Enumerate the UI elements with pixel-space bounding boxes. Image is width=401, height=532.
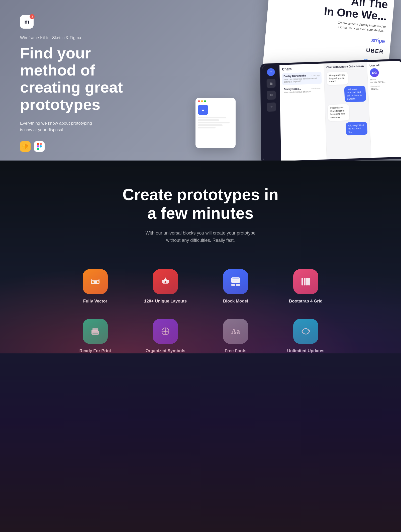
feature-label-unique-layouts: 120+ Unique Layouts [144,299,187,304]
feature-item-free-fonts: AaFree Fonts [211,319,261,353]
chat-bubble-2: I will leave tomorrow and will be there … [344,86,366,102]
contact-name-2: Dmitry Griec... [284,88,301,91]
user-info-panel: User Info DG Mobile +1 234 567 8... User… [367,61,401,158]
hero-devices: All The In One We... Create screens dire… [195,0,401,161]
hero-title: Find your method of creating great proto… [20,45,150,113]
tablet-screen: m ☰ ✉ ☆ Chats Dmitry Grinchenko 1 min ag… [262,61,401,161]
svg-rect-30 [92,333,98,334]
svg-rect-24 [302,278,303,285]
logo-letter: m [24,19,29,25]
svg-rect-26 [306,278,308,285]
sidebar-icon-2: ✉ [267,91,276,100]
chats-title: Chats [282,66,321,71]
app-logo[interactable]: m 3 [20,15,34,29]
stripe-logo: stripe [371,37,385,45]
tablet-sidebar: m ☰ ✉ ☆ [262,65,281,161]
feature-icon-unique-layouts [153,269,178,294]
hero-content: m 3 Wireframe Kit for Sketch & Figma Fin… [20,0,150,152]
svg-rect-29 [92,328,98,331]
small-ui-card: ≡ [195,98,236,148]
svg-marker-36 [302,332,303,333]
features-title: Create prototypes in a few minutes [123,186,278,222]
tool-icons [20,141,150,152]
svg-rect-25 [304,278,306,285]
svg-rect-4 [37,143,39,145]
svg-point-11 [97,281,99,283]
username-value: @dmit... [371,87,400,91]
feature-item-bootstrap-grid: Bootstrap 4 Grid [281,269,331,304]
feature-icon-fully-vector [83,269,108,294]
figma-icon [34,141,45,152]
svg-point-31 [98,330,99,331]
svg-rect-23 [232,280,237,280]
card-subtitle: Create screens directly in Method or Fig… [335,20,386,33]
svg-rect-18 [163,283,168,284]
feature-item-organized-symbols: Organized Symbols [140,319,190,353]
sidebar-app-icon: m [267,68,275,76]
hero-subtitle: Wireframe Kit for Sketch & Figma [20,36,150,40]
tablet-device: m ☰ ✉ ☆ Chats Dmitry Grinchenko 1 min ag… [260,59,401,161]
features-wrapper: Create prototypes in a few minutes With … [0,186,401,353]
feature-icon-free-fonts: Aa [223,319,248,344]
svg-marker-17 [163,277,167,281]
user-avatar: DG [370,68,379,77]
chat-preview: How can I improve my chances of getting … [284,77,320,83]
chat-header: Chat with Dmitry Grinchenko [326,64,364,70]
feature-label-unlimited-updates: Unlimited Updates [287,348,324,353]
feature-item-fully-vector: Fully Vector [70,269,120,304]
feature-item-ready-print: Ready For Print [70,319,120,353]
svg-rect-22 [232,278,239,279]
chat-bubble-3: I will miss you. Don't forget to bring g… [328,104,349,121]
notification-badge: 3 [30,14,35,19]
feature-label-organized-symbols: Organized Symbols [146,348,185,353]
feature-label-free-fonts: Free Fonts [225,348,247,353]
hero-description: Everything we know about prototyping is … [20,120,105,133]
svg-rect-7 [37,148,39,150]
feature-icon-unlimited-updates [293,319,318,344]
sketch-icon [20,141,31,152]
features-section: Create prototypes in a few minutes With … [0,161,401,532]
chat-list-panel: Chats Dmitry Grinchenko 1 min ago How ca… [279,63,327,161]
svg-rect-12 [91,279,92,281]
chat-time-2: 20min ago [311,87,320,90]
chat-list-item-1[interactable]: Dmitry Grinchenko 1 min ago How can I im… [282,72,322,85]
feature-item-unique-layouts: 120+ Unique Layouts [140,269,190,304]
feature-icon-bootstrap-grid [293,269,318,294]
svg-rect-27 [308,278,310,285]
svg-point-8 [40,145,42,147]
feature-icon-block-model [223,269,248,294]
card-title: All The In One We... [324,0,388,23]
feature-icon-ready-print [83,319,108,344]
chat-area: Chat with Dmitry Grinchenko How great! H… [324,62,371,159]
svg-rect-20 [231,284,235,286]
chat-time: 1 min ago [311,74,320,77]
contact-name: Dmitry Grinchenko [283,74,306,78]
svg-rect-21 [236,284,240,286]
uber-logo: UBER [366,47,384,55]
svg-marker-35 [309,329,310,331]
svg-rect-13 [98,279,99,281]
hero-section: m 3 Wireframe Kit for Sketch & Figma Fin… [0,0,401,161]
card-block-icon: ≡ [198,105,208,115]
chat-list-item-2[interactable]: Dmitry Griec... 20min ago How can I impr… [282,85,322,96]
mobile-value: +1 234 567 8... [370,80,400,84]
svg-rect-5 [40,143,42,145]
card-lines [198,117,233,128]
feature-label-block-model: Block Model [223,299,248,304]
feature-icon-organized-symbols [153,319,178,344]
feature-item-unlimited-updates: Unlimited Updates [281,319,331,353]
sidebar-icon-3: ☆ [267,102,276,112]
feature-label-ready-print: Ready For Print [79,348,111,353]
svg-text:Aa: Aa [231,327,240,335]
chat-bubble-4: Oh, okay! What do you want to... [346,122,367,135]
features-grid: Fully Vector120+ Unique LayoutsBlock Mod… [70,269,331,353]
svg-point-33 [164,330,166,332]
feature-item-block-model: Block Model [211,269,261,304]
features-description: With our universal blocks you will creat… [145,230,255,244]
svg-rect-6 [37,145,39,147]
sidebar-icon-1: ☰ [267,79,276,88]
feature-label-bootstrap-grid: Bootstrap 4 Grid [289,299,323,304]
svg-point-10 [92,281,94,283]
chat-bubble-1: How great! How long will you be there? [327,72,348,85]
feature-label-fully-vector: Fully Vector [83,299,107,304]
